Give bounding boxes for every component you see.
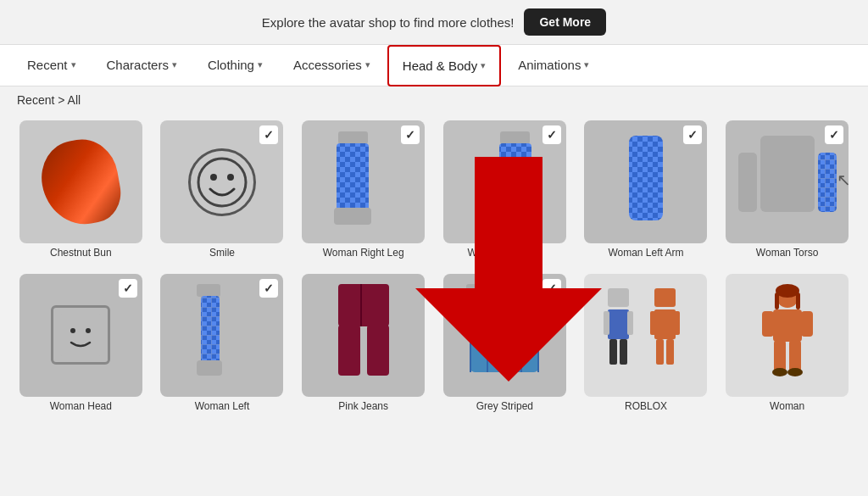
tab-characters[interactable]: Characters ▾ <box>93 46 191 86</box>
item-thumbnail[interactable] <box>726 120 849 243</box>
items-grid-row1: Chestnut Bun Smile <box>0 114 868 267</box>
item-thumbnail[interactable] <box>726 274 849 397</box>
item-label: Pink Jeans <box>338 400 388 414</box>
svg-point-1 <box>210 174 217 181</box>
leg-preview-left <box>470 131 538 233</box>
svg-rect-63 <box>666 339 674 365</box>
chevron-down-icon: ▾ <box>365 59 370 70</box>
list-item[interactable]: Woman Left Leg <box>437 120 572 260</box>
list-item[interactable]: Pink Jeans <box>296 274 431 414</box>
list-item[interactable]: Woman Head <box>14 274 148 414</box>
arm-left-preview <box>188 284 256 386</box>
item-thumbnail[interactable] <box>302 274 425 397</box>
svg-rect-12 <box>497 208 534 225</box>
item-label: ROBLOX <box>625 400 667 414</box>
svg-rect-62 <box>656 339 664 365</box>
chevron-down-icon: ▾ <box>481 60 486 71</box>
list-item[interactable]: Woman Left <box>155 274 290 414</box>
breadcrumb: Recent > All <box>0 86 868 114</box>
svg-rect-61 <box>674 311 680 335</box>
item-label: Smile <box>209 247 235 260</box>
svg-rect-68 <box>773 309 802 342</box>
item-thumbnail[interactable] <box>443 274 566 397</box>
svg-point-0 <box>198 159 246 206</box>
item-label: Grey Striped <box>476 400 533 414</box>
list-item[interactable]: Smile <box>155 120 290 260</box>
svg-rect-17 <box>629 136 663 220</box>
svg-rect-54 <box>604 311 609 335</box>
svg-rect-67 <box>796 293 800 309</box>
torso-preview <box>737 127 838 237</box>
chevron-down-icon: ▾ <box>71 59 76 70</box>
svg-rect-71 <box>774 340 786 372</box>
svg-rect-45 <box>479 284 530 293</box>
item-label: Woman Head <box>50 400 112 414</box>
item-label: Woman Torso <box>756 247 819 260</box>
item-thumbnail[interactable] <box>160 274 283 397</box>
svg-rect-72 <box>789 340 801 372</box>
get-more-button[interactable]: Get More <box>524 8 606 36</box>
tab-animations[interactable]: Animations ▾ <box>504 46 603 86</box>
tab-head-body[interactable]: Head & Body ▾ <box>387 45 501 86</box>
list-item[interactable]: Woman Torso <box>720 120 854 260</box>
list-item[interactable]: Grey Striped <box>437 274 572 414</box>
svg-rect-40 <box>338 325 360 376</box>
hair-preview <box>36 133 125 230</box>
svg-rect-60 <box>650 311 656 335</box>
svg-rect-57 <box>620 339 627 365</box>
item-label: Woman Right Leg <box>323 247 404 260</box>
tab-clothing[interactable]: Clothing ▾ <box>194 46 276 86</box>
item-label: Woman Left Leg <box>467 247 542 260</box>
item-label: Chestnut Bun <box>50 247 112 260</box>
svg-rect-5 <box>334 208 371 225</box>
cursor-icon: ↖ <box>837 170 851 190</box>
item-thumbnail[interactable] <box>160 120 283 243</box>
item-label: Woman Left Arm <box>608 247 683 260</box>
leg-preview <box>330 131 398 233</box>
svg-rect-23 <box>760 136 815 212</box>
list-item[interactable]: Woman <box>720 274 854 414</box>
list-item[interactable]: Woman Right Leg <box>296 120 431 260</box>
svg-rect-70 <box>801 311 813 337</box>
jeans-preview <box>330 284 398 386</box>
head-svg <box>59 314 102 356</box>
svg-rect-34 <box>197 360 222 376</box>
svg-rect-41 <box>367 325 389 376</box>
smile-svg <box>197 157 248 208</box>
svg-rect-33 <box>201 296 220 364</box>
svg-point-74 <box>787 368 803 376</box>
item-thumbnail[interactable] <box>584 120 707 243</box>
woman-preview <box>749 284 826 386</box>
svg-rect-58 <box>654 288 676 307</box>
svg-point-65 <box>776 284 799 298</box>
tab-accessories[interactable]: Accessories ▾ <box>280 46 384 86</box>
items-grid-row2: Woman Head Woman Left <box>0 267 868 421</box>
item-thumbnail[interactable] <box>443 120 566 243</box>
list-item[interactable]: Chestnut Bun <box>14 120 148 260</box>
svg-rect-69 <box>762 311 774 337</box>
svg-point-31 <box>86 328 91 333</box>
list-item[interactable]: Woman Left Arm <box>579 120 714 260</box>
chevron-down-icon: ▾ <box>584 59 589 70</box>
item-thumbnail[interactable] <box>584 274 707 397</box>
item-thumbnail[interactable] <box>302 120 425 243</box>
item-thumbnail[interactable] <box>19 120 142 243</box>
chevron-down-icon: ▾ <box>258 59 263 70</box>
svg-point-30 <box>70 328 75 333</box>
svg-rect-3 <box>338 131 368 144</box>
svg-rect-29 <box>59 314 102 356</box>
tab-recent[interactable]: Recent ▾ <box>14 46 90 86</box>
svg-rect-52 <box>608 288 629 307</box>
item-thumbnail[interactable] <box>19 274 142 397</box>
item-label: Woman Left <box>195 400 249 414</box>
svg-rect-39 <box>338 284 389 326</box>
list-item[interactable]: ROBLOX <box>579 274 714 414</box>
svg-rect-10 <box>500 131 530 144</box>
svg-rect-66 <box>775 293 779 309</box>
svg-point-73 <box>772 368 787 376</box>
head-preview <box>51 305 110 365</box>
svg-rect-55 <box>627 311 633 335</box>
svg-rect-24 <box>818 153 837 212</box>
shirt-preview <box>462 284 547 386</box>
svg-rect-11 <box>499 143 531 211</box>
